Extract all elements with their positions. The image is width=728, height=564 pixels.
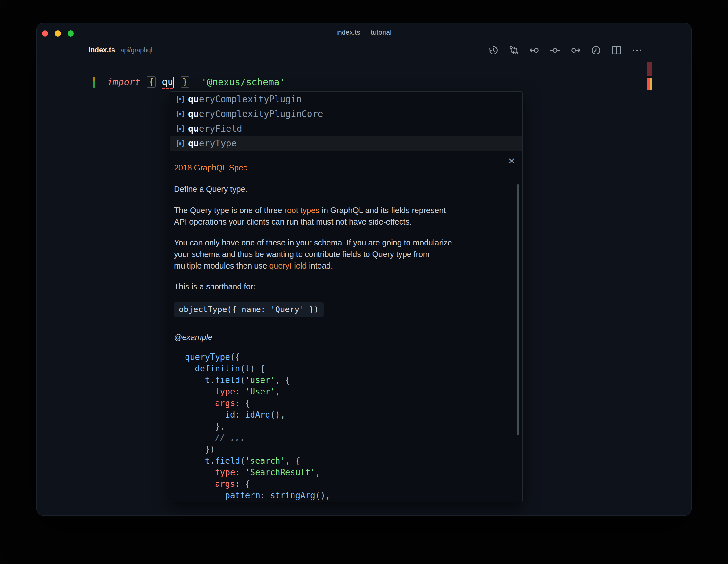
code-space <box>156 77 162 87</box>
code-space <box>190 77 201 87</box>
suggestion-label: queryType <box>188 138 237 149</box>
queryField-link[interactable]: queryField <box>269 261 307 270</box>
open-brace-bracket-match: { <box>147 76 155 88</box>
overview-ruler[interactable] <box>646 61 659 502</box>
docs-paragraph-3: You can only have one of these in your s… <box>174 237 498 271</box>
docs-text: multiple modules then use <box>174 261 269 270</box>
split-editor-icon[interactable] <box>611 45 622 56</box>
suggestion-label: queryComplexityPlugin <box>188 94 302 104</box>
docs-paragraph-2: The Query type is one of three root type… <box>174 204 498 228</box>
suggestion-kind-icon <box>176 124 185 133</box>
code-space <box>141 77 146 87</box>
ruler-mark-dark-red <box>647 62 652 76</box>
editor-toolbar <box>488 45 643 56</box>
docs-text: in GraphQL and its fields represent <box>319 206 446 215</box>
breadcrumb: index.ts api/graphql <box>88 46 152 54</box>
docs-paragraph-1: Define a Query type. <box>174 183 498 195</box>
clock-icon[interactable] <box>590 45 602 56</box>
docs-text: your schema and thus be wanting to contr… <box>174 250 430 259</box>
suggestion-docs-panel: ✕ 2018 GraphQL Spec Define a Query type.… <box>170 151 522 502</box>
suggestion-label: queryComplexityPluginCore <box>188 109 323 119</box>
suggestion-list: queryComplexityPlugin queryComplexityPlu… <box>170 92 522 151</box>
window-title: index.ts — tutorial <box>37 29 691 36</box>
docs-text: You can only have one of these in your s… <box>174 238 452 247</box>
docs-text: The Query type is one of three <box>174 206 285 215</box>
typed-text-with-error: qu <box>162 76 174 88</box>
suggestion-item-queryComplexityPlugin[interactable]: queryComplexityPlugin <box>170 92 522 106</box>
step-forward-icon[interactable] <box>570 45 581 56</box>
root-types-link[interactable]: root types <box>285 206 320 215</box>
suggestion-item-queryComplexityPluginCore[interactable]: queryComplexityPluginCore <box>170 106 522 121</box>
suggestion-kind-icon <box>176 110 185 118</box>
suggestion-item-queryField[interactable]: queryField <box>170 121 522 136</box>
docs-text: API operations your clients can run that… <box>174 217 412 226</box>
suggestion-label: queryField <box>188 123 242 134</box>
module-string: '@nexus/schema' <box>201 77 285 87</box>
suggestion-kind-icon <box>176 139 185 148</box>
import-keyword: import <box>107 77 141 87</box>
suggestion-kind-icon <box>176 95 185 104</box>
code-space <box>174 77 180 87</box>
docs-text: intead. <box>307 261 333 270</box>
desktop-background: index.ts — tutorial index.ts api/graphql <box>0 0 728 564</box>
compare-changes-icon[interactable] <box>508 45 520 56</box>
editor-window: index.ts — tutorial index.ts api/graphql <box>36 23 692 516</box>
example-tag: @example <box>174 331 508 343</box>
breadcrumb-file-path[interactable]: api/graphql <box>120 46 152 54</box>
ruler-mark-red-yellow <box>647 78 652 90</box>
window-titlebar[interactable]: index.ts — tutorial <box>37 23 691 41</box>
suggestion-item-queryType[interactable]: queryType <box>170 136 522 151</box>
history-icon[interactable] <box>488 45 499 56</box>
gutter-change-indicator <box>93 77 95 88</box>
close-icon[interactable]: ✕ <box>508 155 515 167</box>
commit-icon[interactable] <box>549 45 561 56</box>
example-code-block: queryType({ definitin(t) { t.field('user… <box>185 351 508 502</box>
more-actions-icon[interactable] <box>631 45 643 56</box>
close-brace-bracket-match: } <box>181 76 189 88</box>
suggest-widget: queryComplexityPlugin queryComplexityPlu… <box>170 91 523 502</box>
editor-line-1[interactable]: import { qu } '@nexus/schema' <box>107 75 285 89</box>
inline-code-chip: objectType({ name: 'Query' }) <box>174 302 324 317</box>
docs-heading-link[interactable]: 2018 GraphQL Spec <box>174 162 508 173</box>
docs-scrollbar[interactable] <box>517 184 519 435</box>
breadcrumb-file-name[interactable]: index.ts <box>88 46 115 54</box>
step-back-icon[interactable] <box>529 45 540 56</box>
text-cursor <box>173 77 174 88</box>
docs-paragraph-4: This is a shorthand for: <box>174 281 498 292</box>
